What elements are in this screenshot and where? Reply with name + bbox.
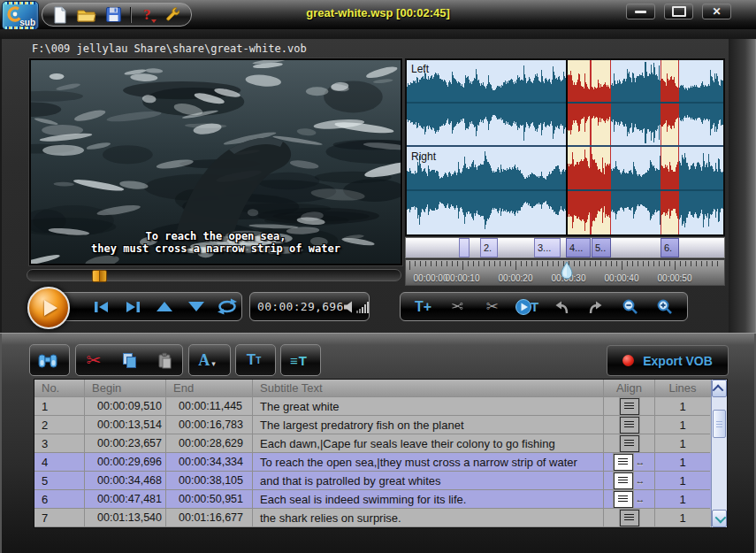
- scroll-up-button[interactable]: [712, 380, 727, 397]
- text-case-button[interactable]: TT: [236, 346, 271, 374]
- zoom-in-button[interactable]: [650, 295, 680, 319]
- edit-toolbar: T+ ✂ ✂ T: [400, 292, 688, 321]
- font-button[interactable]: A ▾: [189, 346, 225, 374]
- play-subtitle-button[interactable]: T: [512, 295, 542, 319]
- skip-forward-icon: [125, 300, 141, 314]
- paste-icon: [157, 352, 172, 369]
- cell-text: Each dawn,|Cape fur seals leave their co…: [253, 434, 604, 453]
- cell-align: [604, 397, 655, 416]
- scroll-down-button[interactable]: [712, 510, 727, 527]
- cell-text: Each seal is indeed swimming for its lif…: [253, 490, 604, 509]
- cell-text: The largest predatrory fish on the plane…: [253, 416, 604, 434]
- align-button[interactable]: [620, 398, 639, 415]
- maximize-icon: [672, 6, 686, 17]
- volume-bars-icon[interactable]: [356, 301, 369, 313]
- redo-button[interactable]: [581, 295, 611, 319]
- close-button[interactable]: ✕: [702, 4, 731, 19]
- align-text-icon: ≡T: [290, 353, 308, 368]
- export-vob-label: Export VOB: [643, 354, 713, 368]
- chevron-up-icon: [713, 384, 724, 396]
- header-no[interactable]: No.: [34, 380, 85, 397]
- left-waveform: [407, 60, 723, 146]
- table-row[interactable]: 400:00:29,69600:00:34,334To reach the op…: [34, 453, 727, 472]
- table-row[interactable]: 700:01:13,54000:01:16,677the shark relie…: [34, 509, 727, 527]
- table-header: No. Begin End Subtitle Text Align Lines: [34, 380, 727, 397]
- cut-button[interactable]: ✂: [76, 346, 111, 374]
- subtitle-block-strip[interactable]: 2.3...4...5..6.: [405, 237, 725, 258]
- cell-begin: 00:00:34,468: [85, 472, 166, 490]
- split-left-button[interactable]: ✂: [443, 295, 473, 319]
- app-window: sub ? great-white.wsp [00:02:45]: [0, 0, 756, 553]
- table-row[interactable]: 600:00:47,48100:00:50,951Each seal is in…: [34, 490, 727, 509]
- table-row[interactable]: 500:00:34,46800:00:38,105and that is pat…: [34, 472, 727, 490]
- cell-begin: 00:01:13,540: [85, 509, 166, 527]
- playhead-droplet-icon[interactable]: [560, 261, 574, 282]
- case-icon-sup: T: [256, 356, 261, 365]
- find-button[interactable]: [30, 346, 65, 374]
- text-align-button[interactable]: ≡T: [281, 346, 317, 374]
- undo-button[interactable]: [546, 295, 577, 319]
- table-row[interactable]: 300:00:23,65700:00:28,629Each dawn,|Cape…: [34, 434, 727, 453]
- video-preview[interactable]: To reach the open sea, they must cross a…: [29, 58, 402, 265]
- align-button[interactable]: [620, 435, 639, 452]
- play-icon: [44, 300, 57, 316]
- cell-lines: 1: [655, 434, 710, 453]
- cell-text: To reach the open sea,|they must cross a…: [253, 453, 604, 472]
- titlebar-shadow-strip: [0, 29, 756, 39]
- next-subtitle-button[interactable]: [182, 295, 210, 319]
- skip-back-button[interactable]: [88, 295, 116, 319]
- table-row[interactable]: 200:00:13,51400:00:16,783The largest pre…: [34, 416, 727, 434]
- cell-begin: 00:00:13,514: [85, 416, 166, 434]
- align-button[interactable]: [614, 472, 633, 489]
- header-begin[interactable]: Begin: [85, 380, 166, 397]
- playhead-line[interactable]: [566, 60, 568, 234]
- zoom-out-button[interactable]: [615, 295, 645, 319]
- overlap-icon: ↔: [636, 494, 645, 504]
- cell-lines: 1: [655, 490, 710, 509]
- align-button[interactable]: [614, 454, 633, 471]
- subtitle-editor-panel: ✂ A ▾ TT ≡T Export VOB: [0, 333, 756, 553]
- time-display-box: 00:00:29,696: [249, 292, 370, 321]
- play-button[interactable]: [27, 287, 70, 329]
- cell-end: 00:00:50,951: [166, 490, 253, 509]
- cell-lines: 1: [655, 416, 710, 434]
- minimize-button[interactable]: [626, 4, 655, 19]
- subtitle-block[interactable]: 2.: [480, 238, 498, 257]
- align-button[interactable]: [620, 510, 639, 526]
- seek-handle[interactable]: [92, 270, 107, 282]
- speaker-icon: [344, 301, 353, 313]
- add-subtitle-button[interactable]: T+: [409, 295, 439, 319]
- header-text[interactable]: Subtitle Text: [253, 380, 604, 397]
- cell-align: [604, 509, 655, 527]
- scroll-thumb[interactable]: [713, 410, 726, 438]
- subtitle-block[interactable]: 3...: [534, 238, 561, 257]
- maximize-button[interactable]: [664, 4, 693, 19]
- align-center-icon: [624, 403, 634, 411]
- video-seek-bar[interactable]: [27, 269, 401, 281]
- header-align[interactable]: Align: [604, 380, 655, 397]
- loop-button[interactable]: [213, 295, 241, 319]
- align-button[interactable]: [614, 491, 633, 508]
- scissors-left-icon: ✂: [451, 299, 463, 314]
- table-row[interactable]: 100:00:09,51000:00:11,445The great white…: [34, 397, 727, 416]
- header-end[interactable]: End: [166, 380, 253, 397]
- export-vob-button[interactable]: Export VOB: [607, 345, 729, 376]
- help-caret-icon: [151, 19, 157, 23]
- prev-subtitle-button[interactable]: [150, 295, 179, 319]
- waveform-left-channel[interactable]: Left: [407, 60, 723, 146]
- split-right-button[interactable]: ✂: [477, 295, 508, 319]
- skip-forward-button[interactable]: [119, 295, 148, 319]
- subtitle-block[interactable]: 5..: [592, 238, 611, 257]
- time-ruler[interactable]: 00:00:0000:00:1000:00:2000:00:3000:00:40…: [405, 259, 725, 286]
- waveform-right-channel[interactable]: Right: [407, 148, 723, 234]
- paste-button[interactable]: [147, 346, 182, 374]
- header-lines[interactable]: Lines: [655, 380, 710, 397]
- subtitle-block[interactable]: [459, 238, 470, 257]
- table-scrollbar[interactable]: [711, 380, 727, 527]
- titlebar: sub ? great-white.wsp [00:02:45]: [0, 0, 756, 29]
- align-button[interactable]: [620, 417, 639, 434]
- copy-button[interactable]: [111, 346, 147, 374]
- waveform-panel[interactable]: Left Right: [405, 58, 725, 236]
- subtitle-block[interactable]: 6.: [661, 238, 679, 257]
- subtitle-block[interactable]: 4...: [566, 238, 591, 257]
